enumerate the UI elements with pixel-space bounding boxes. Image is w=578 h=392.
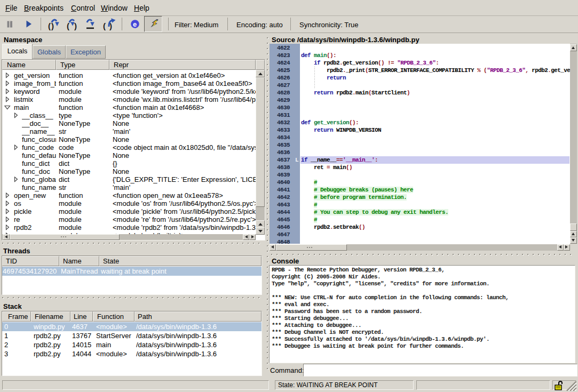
svg-text:): ) — [74, 21, 77, 30]
svg-text:): ) — [51, 21, 54, 30]
svg-text:(: ( — [48, 21, 51, 30]
svg-text:(: ( — [103, 21, 106, 30]
svg-text:e: e — [133, 20, 137, 28]
svg-text:(: ( — [67, 21, 69, 30]
